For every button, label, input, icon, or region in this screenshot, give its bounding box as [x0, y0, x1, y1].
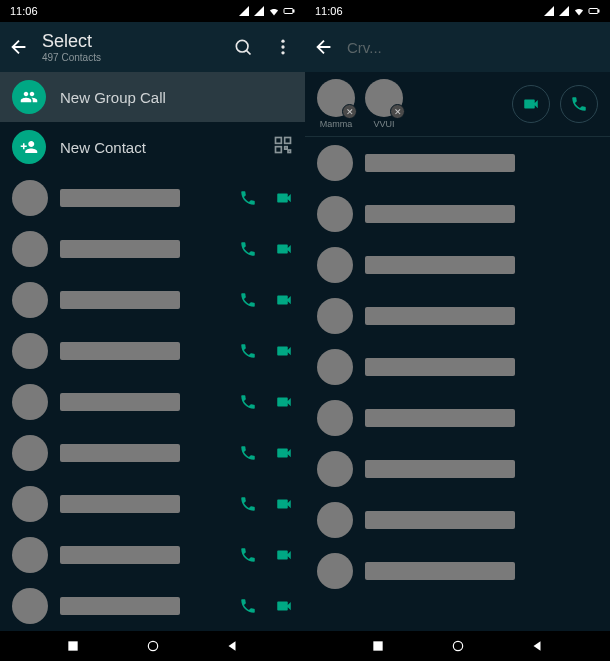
call-button[interactable]: [239, 597, 257, 615]
contact-name: [365, 154, 515, 172]
contacts-count: 497 Contacts: [42, 52, 217, 63]
contact-row[interactable]: [305, 188, 610, 239]
back-button[interactable]: [8, 36, 30, 58]
svg-rect-0: [284, 9, 293, 14]
call-button[interactable]: [239, 342, 257, 360]
more-options-button[interactable]: [269, 33, 297, 61]
nav-back-icon[interactable]: [530, 639, 544, 653]
avatar: [12, 588, 48, 624]
avatar: [317, 349, 353, 385]
qr-code-button[interactable]: [273, 135, 293, 159]
avatar: [12, 180, 48, 216]
nav-back-icon[interactable]: [225, 639, 239, 653]
contact-row[interactable]: [0, 376, 305, 427]
wifi-icon: [268, 5, 280, 17]
contact-row[interactable]: [305, 290, 610, 341]
search-button[interactable]: [229, 33, 257, 61]
call-button[interactable]: [239, 189, 257, 207]
contact-row[interactable]: [0, 580, 305, 631]
nav-recents-icon[interactable]: [371, 639, 385, 653]
wifi-icon: [573, 5, 585, 17]
avatar: [12, 231, 48, 267]
signal-icon: [543, 5, 555, 17]
nav-home-icon[interactable]: [146, 639, 160, 653]
contact-row[interactable]: [305, 341, 610, 392]
status-bar: 11:06: [0, 0, 305, 22]
avatar: [12, 282, 48, 318]
svg-rect-8: [276, 147, 282, 153]
video-button[interactable]: [275, 546, 293, 564]
contact-name: [365, 307, 515, 325]
svg-point-5: [281, 51, 284, 54]
new-contact-row[interactable]: New Contact: [0, 122, 305, 172]
video-button[interactable]: [275, 189, 293, 207]
video-button[interactable]: [275, 240, 293, 258]
remove-icon[interactable]: ✕: [390, 104, 405, 119]
avatar: [317, 451, 353, 487]
contact-row[interactable]: [305, 545, 610, 596]
svg-rect-7: [285, 138, 291, 144]
avatar: [317, 298, 353, 334]
status-time: 11:06: [10, 5, 38, 17]
contact-row[interactable]: [305, 443, 610, 494]
svg-rect-15: [373, 641, 382, 650]
status-icons: [238, 5, 295, 17]
call-button[interactable]: [239, 546, 257, 564]
contact-row[interactable]: [0, 478, 305, 529]
call-button[interactable]: [239, 444, 257, 462]
contact-row[interactable]: [305, 239, 610, 290]
signal-icon: [558, 5, 570, 17]
contact-row[interactable]: [0, 325, 305, 376]
contact-name: [60, 597, 180, 615]
selected-participant[interactable]: ✕ VVUI: [365, 79, 403, 129]
selected-participant[interactable]: ✕ Mamma: [317, 79, 355, 129]
call-button[interactable]: [239, 495, 257, 513]
contact-name: [365, 511, 515, 529]
contact-row[interactable]: [0, 529, 305, 580]
video-button[interactable]: [275, 444, 293, 462]
call-button[interactable]: [239, 393, 257, 411]
signal-icon: [238, 5, 250, 17]
back-button[interactable]: [313, 36, 335, 58]
svg-rect-9: [285, 147, 288, 150]
contact-row[interactable]: [0, 223, 305, 274]
avatar: [12, 435, 48, 471]
call-button[interactable]: [239, 291, 257, 309]
search-input[interactable]: Crv...: [347, 39, 382, 56]
participant-name: VVUI: [373, 119, 394, 129]
contact-row[interactable]: [0, 427, 305, 478]
avatar: [317, 502, 353, 538]
remove-icon[interactable]: ✕: [342, 104, 357, 119]
svg-point-3: [281, 40, 284, 43]
contact-name: [60, 546, 180, 564]
video-button[interactable]: [275, 342, 293, 360]
nav-home-icon[interactable]: [451, 639, 465, 653]
video-button[interactable]: [275, 393, 293, 411]
svg-rect-14: [598, 10, 599, 12]
video-call-button[interactable]: [512, 85, 550, 123]
avatar: ✕: [317, 79, 355, 117]
add-contact-icon: [12, 130, 46, 164]
contact-list: [0, 172, 305, 631]
nav-recents-icon[interactable]: [66, 639, 80, 653]
page-title: Select: [42, 31, 217, 52]
avatar: [12, 486, 48, 522]
app-header: Crv...: [305, 22, 610, 72]
contact-row[interactable]: [0, 172, 305, 223]
video-button[interactable]: [275, 495, 293, 513]
video-button[interactable]: [275, 597, 293, 615]
contact-row[interactable]: [305, 392, 610, 443]
video-button[interactable]: [275, 291, 293, 309]
right-screen: 11:06 Crv... ✕ Mamma ✕ VVUI: [305, 0, 610, 661]
signal-icon: [253, 5, 265, 17]
contact-row[interactable]: [0, 274, 305, 325]
contact-row[interactable]: [305, 494, 610, 545]
contact-row[interactable]: [305, 137, 610, 188]
call-buttons: [512, 85, 598, 123]
avatar: [317, 400, 353, 436]
group-icon: [12, 80, 46, 114]
voice-call-button[interactable]: [560, 85, 598, 123]
call-button[interactable]: [239, 240, 257, 258]
header-title-block: Select 497 Contacts: [42, 31, 217, 63]
new-group-call-row[interactable]: New Group Call: [0, 72, 305, 122]
